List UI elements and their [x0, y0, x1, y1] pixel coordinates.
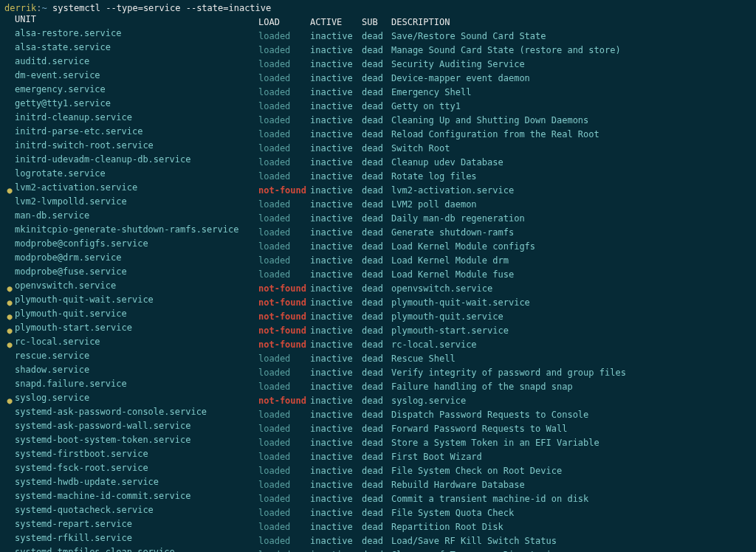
description: syslog.service: [391, 396, 466, 407]
load-state: loaded: [258, 157, 310, 168]
unit-name: auditd.service: [15, 56, 258, 67]
load-state: loaded: [258, 368, 310, 379]
unit-name: systemd-repart.service: [15, 519, 258, 530]
active-state: inactive: [310, 297, 362, 308]
description: Manage Sound Card State (restore and sto…: [391, 45, 621, 56]
description: File System Quota Check: [391, 508, 514, 519]
unit-name: lvm2-activation.service: [15, 182, 258, 193]
load-state: loaded: [258, 227, 310, 238]
unit-name: systemd-ask-password-wall.service: [15, 421, 258, 432]
active-state: inactive: [310, 101, 362, 112]
header-unit: UNIT: [15, 14, 258, 25]
status-bullet-icon: ●: [4, 311, 15, 322]
service-row: systemd-hwdb-update.serviceloadedinactiv…: [4, 477, 752, 491]
sub-state: dead: [362, 227, 391, 238]
unit-name: plymouth-quit-wait.service: [15, 294, 258, 306]
unit-name: emergency.service: [15, 84, 258, 95]
service-row: systemd-quotacheck.serviceloadedinactive…: [4, 505, 752, 519]
sub-state: dead: [362, 199, 391, 210]
active-state: inactive: [310, 339, 362, 351]
load-state: loaded: [258, 87, 310, 98]
terminal[interactable]: derrik:~ systemctl --type=service --stat…: [4, 3, 752, 552]
sub-state: dead: [362, 129, 391, 140]
description: Load Kernel Module fuse: [391, 269, 514, 280]
load-state: not-found: [258, 311, 310, 322]
sub-state: dead: [362, 143, 391, 154]
description: Store a System Token in an EFI Variable: [391, 438, 599, 449]
service-list: alsa-restore.serviceloadedinactivedeadSa…: [4, 28, 752, 552]
description: Rotate log files: [391, 171, 477, 182]
sub-state: dead: [362, 115, 391, 126]
sub-state: dead: [362, 353, 391, 365]
service-row: alsa-state.serviceloadedinactivedeadMana…: [4, 42, 752, 56]
unit-name: systemd-tmpfiles-clean.service: [15, 547, 258, 552]
active-state: inactive: [310, 466, 362, 477]
service-row: ●lvm2-activation.servicenot-foundinactiv…: [4, 182, 752, 196]
service-row: alsa-restore.serviceloadedinactivedeadSa…: [4, 28, 752, 42]
load-state: loaded: [258, 508, 310, 519]
sub-state: dead: [362, 59, 391, 70]
unit-name: systemd-boot-system-token.service: [15, 435, 258, 446]
service-row: systemd-ask-password-console.serviceload…: [4, 407, 752, 421]
status-bullet-icon: ●: [4, 283, 15, 294]
active-state: inactive: [310, 31, 362, 42]
active-state: inactive: [310, 382, 362, 393]
service-row: initrd-udevadm-cleanup-db.serviceloadedi…: [4, 154, 752, 168]
active-state: inactive: [310, 115, 362, 126]
description: Rescue Shell: [391, 353, 456, 365]
prompt-line: derrik:~ systemctl --type=service --stat…: [4, 3, 752, 14]
sub-state: dead: [362, 424, 391, 435]
unit-name: man-db.service: [15, 210, 258, 221]
service-row: ●plymouth-quit-wait.servicenot-foundinac…: [4, 294, 752, 308]
service-row: systemd-firstboot.serviceloadedinactived…: [4, 449, 752, 463]
description: Dispatch Password Requests to Console: [391, 410, 588, 421]
active-state: inactive: [310, 59, 362, 70]
sub-state: dead: [362, 396, 391, 407]
load-state: loaded: [258, 522, 310, 533]
service-row: initrd-cleanup.serviceloadedinactivedead…: [4, 112, 752, 126]
service-row: man-db.serviceloadedinactivedeadDaily ma…: [4, 210, 752, 224]
active-state: inactive: [310, 311, 362, 322]
sub-state: dead: [362, 241, 391, 252]
sub-state: dead: [362, 466, 391, 477]
unit-name: modprobe@configfs.service: [15, 238, 258, 249]
service-row: initrd-parse-etc.serviceloadedinactivede…: [4, 126, 752, 140]
sub-state: dead: [362, 255, 391, 266]
sub-state: dead: [362, 101, 391, 112]
unit-name: getty@tty1.service: [15, 98, 258, 109]
description: Daily man-db regeneration: [391, 213, 525, 224]
column-headers: UNITLOADACTIVESUBDESCRIPTION: [4, 14, 752, 28]
description: Repartition Root Disk: [391, 522, 504, 533]
sub-state: dead: [362, 171, 391, 182]
active-state: inactive: [310, 129, 362, 140]
load-state: loaded: [258, 171, 310, 182]
service-row: systemd-rfkill.serviceloadedinactivedead…: [4, 533, 752, 547]
service-row: logrotate.serviceloadedinactivedeadRotat…: [4, 168, 752, 182]
load-state: not-found: [258, 297, 310, 308]
unit-name: shadow.service: [15, 365, 258, 376]
unit-name: plymouth-quit.service: [15, 308, 258, 320]
prompt-user: derrik: [4, 3, 36, 13]
service-row: snapd.failure.serviceloadedinactivedeadF…: [4, 379, 752, 393]
unit-name: dm-event.service: [15, 70, 258, 81]
description: Generate shutdown-ramfs: [391, 227, 514, 238]
sub-state: dead: [362, 508, 391, 519]
active-state: inactive: [310, 452, 362, 463]
load-state: loaded: [258, 59, 310, 70]
service-row: auditd.serviceloadedinactivedeadSecurity…: [4, 56, 752, 70]
sub-state: dead: [362, 339, 391, 351]
active-state: inactive: [310, 73, 362, 84]
load-state: loaded: [258, 353, 310, 365]
active-state: inactive: [310, 410, 362, 421]
load-state: loaded: [258, 101, 310, 112]
sub-state: dead: [362, 438, 391, 449]
unit-name: systemd-ask-password-console.service: [15, 407, 258, 418]
service-row: dm-event.serviceloadedinactivedeadDevice…: [4, 70, 752, 84]
sub-state: dead: [362, 87, 391, 98]
active-state: inactive: [310, 536, 362, 547]
description: Commit a transient machine-id on disk: [391, 494, 588, 505]
load-state: loaded: [258, 115, 310, 126]
service-row: lvm2-lvmpolld.serviceloadedinactivedeadL…: [4, 196, 752, 210]
unit-name: alsa-restore.service: [15, 28, 258, 39]
description: plymouth-start.service: [391, 325, 509, 337]
